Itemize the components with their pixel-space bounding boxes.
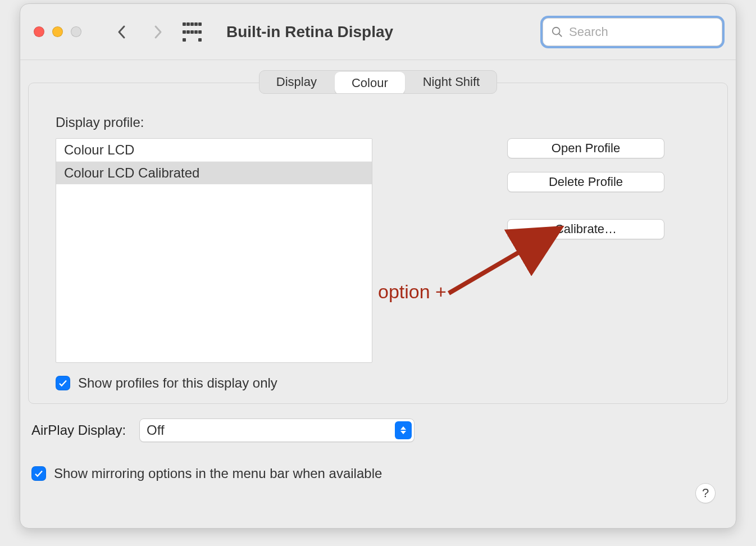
colour-panel: Display profile: Colour LCD Colour LCD C…	[28, 83, 728, 404]
display-profile-heading: Display profile:	[56, 115, 700, 130]
profile-item[interactable]: Colour LCD Calibrated	[56, 162, 372, 184]
search-input[interactable]	[569, 19, 716, 46]
checkbox-checked-icon[interactable]	[31, 466, 46, 481]
airplay-value: Off	[147, 422, 165, 438]
show-all-button[interactable]	[181, 20, 212, 44]
tab-display[interactable]: Display	[259, 71, 334, 93]
help-button[interactable]: ?	[695, 483, 716, 503]
checkbox-checked-icon[interactable]	[56, 376, 70, 390]
search-field[interactable]	[543, 18, 722, 46]
svg-point-0	[553, 27, 560, 34]
display-profile-list[interactable]: Colour LCD Colour LCD Calibrated	[56, 138, 372, 363]
chevron-left-icon	[116, 24, 127, 40]
window-title: Built-in Retina Display	[226, 23, 393, 41]
calibrate-button[interactable]: Calibrate…	[507, 219, 664, 239]
search-icon	[551, 26, 563, 38]
chevron-right-icon	[152, 24, 163, 40]
forward-button	[145, 20, 170, 44]
preferences-window: Built-in Retina Display Display Colour N…	[20, 3, 736, 529]
tab-nightshift[interactable]: Night Shift	[406, 71, 497, 93]
show-mirroring-label: Show mirroring options in the menu bar w…	[54, 466, 382, 481]
back-button[interactable]	[110, 20, 134, 44]
airplay-label: AirPlay Display:	[31, 422, 126, 438]
zoom-window-icon	[71, 26, 81, 37]
toolbar: Built-in Retina Display	[20, 4, 736, 60]
close-window-icon[interactable]	[34, 26, 44, 37]
tab-bar: Display Colour Night Shift	[259, 70, 497, 94]
svg-line-1	[559, 33, 562, 37]
airplay-select[interactable]: Off	[139, 418, 415, 442]
tab-colour[interactable]: Colour	[335, 72, 405, 94]
profile-item[interactable]: Colour LCD	[56, 139, 372, 162]
window-controls	[34, 26, 81, 37]
updown-stepper-icon	[395, 421, 412, 439]
show-mirroring-row[interactable]: Show mirroring options in the menu bar w…	[31, 466, 725, 481]
show-profiles-only-label: Show profiles for this display only	[78, 375, 277, 391]
open-profile-button[interactable]: Open Profile	[507, 138, 664, 158]
minimize-window-icon[interactable]	[52, 26, 63, 37]
grid-icon	[183, 22, 202, 42]
delete-profile-button[interactable]: Delete Profile	[507, 172, 664, 192]
show-profiles-only-row[interactable]: Show profiles for this display only	[56, 375, 700, 391]
annotation-label: option +	[378, 281, 447, 303]
